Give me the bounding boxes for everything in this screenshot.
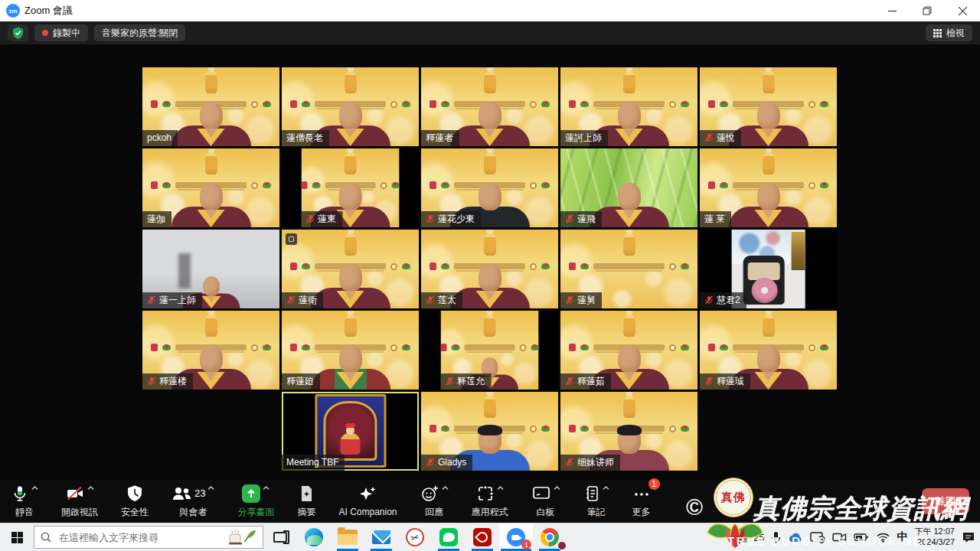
leave-meeting-button[interactable]: 離開 (922, 488, 969, 514)
ai-companion-button[interactable]: AI Companion (338, 485, 397, 517)
participant-tile[interactable]: 蓮伽 (142, 148, 279, 227)
apps-button[interactable]: 應用程式 (472, 484, 508, 519)
participant-figure (729, 181, 808, 227)
participant-tile[interactable]: 釋蓮楼 (142, 311, 279, 390)
apps-label: 應用程式 (472, 506, 508, 519)
recording-indicator[interactable]: 錄製中 (34, 24, 88, 41)
participant-nametag: 蓮僧長老 (282, 130, 329, 146)
participant-name: 蓮飛 (577, 214, 596, 223)
deity-figure (484, 233, 496, 256)
participant-tile[interactable]: 慧君2 (700, 230, 837, 308)
participant-tile[interactable]: 蓮悅 (700, 67, 837, 146)
apps-icon (476, 484, 495, 503)
onedrive-icon[interactable] (788, 532, 803, 543)
view-button[interactable]: 檢視 (926, 24, 972, 41)
participant-tile[interactable]: 蓮舅 (560, 230, 697, 308)
participants-count: 23 (194, 487, 205, 499)
chevron-up-icon[interactable] (31, 486, 38, 491)
notes-label: 筆記 (587, 506, 606, 519)
deity-figure (345, 314, 357, 337)
taskbar-app-line[interactable] (432, 523, 466, 551)
participant-nametag: 釋蓮珹 (700, 373, 750, 390)
tray-camera-icon[interactable] (832, 532, 847, 543)
participant-tile[interactable]: Meeting TBF (282, 392, 419, 471)
more-button[interactable]: 1 更多 (632, 484, 651, 519)
participant-tile[interactable]: 釋蓮者 (421, 67, 558, 146)
action-center-icon[interactable] (962, 531, 975, 543)
deity-figure (623, 314, 635, 337)
encryption-shield-icon[interactable] (8, 24, 28, 41)
security-button[interactable]: 安全性 (121, 484, 149, 519)
chevron-up-icon[interactable] (442, 486, 449, 491)
chevron-up-icon[interactable] (497, 486, 504, 491)
taskbar-app-snipping[interactable]: ✂ (398, 523, 432, 551)
weather-badge: 1 (738, 531, 748, 541)
share-screen-button[interactable]: 分享畫面 (237, 484, 274, 519)
taskbar-app-zoom[interactable]: 1 (499, 523, 533, 551)
line-icon (439, 528, 458, 546)
participant-tile[interactable]: 蓮 莱 (700, 148, 837, 227)
task-view-button[interactable] (263, 523, 297, 551)
chevron-up-icon[interactable] (554, 486, 560, 491)
wifi-icon[interactable] (877, 533, 890, 543)
participant-tile[interactable]: 釋蓮廹 (282, 311, 419, 390)
summary-button[interactable]: 摘要 (297, 484, 315, 519)
taskbar-app-edge[interactable] (297, 523, 331, 551)
restore-button[interactable] (910, 0, 945, 21)
participant-tile[interactable]: 细妹讲师 (560, 392, 697, 471)
taskbar-app-mail[interactable] (364, 523, 398, 551)
participant-tile[interactable]: 蓮衛 (282, 230, 419, 308)
participant-tile[interactable]: pckoh (142, 67, 279, 146)
minimize-button[interactable] (874, 0, 910, 21)
original-sound-toggle[interactable]: 音樂家的原聲:關閉 (94, 24, 185, 41)
participant-nametag: 蓮舅 (560, 292, 602, 308)
participant-tile[interactable]: 蓮東 (282, 148, 419, 227)
mute-button[interactable]: 靜音 (11, 484, 38, 519)
taskbar-clock[interactable]: 下午 12:07 2024/3/27 (914, 527, 955, 548)
battery-icon[interactable] (854, 533, 870, 542)
participant-tile[interactable]: 莲太 (421, 230, 558, 308)
chevron-up-icon[interactable] (603, 486, 609, 491)
participant-tile[interactable]: 蓮僧長老 (282, 67, 419, 146)
participant-tile[interactable]: 蓮訶上師 (560, 67, 697, 146)
screen-cast-icon[interactable] (810, 531, 825, 543)
taskbar-app-chrome[interactable] (533, 523, 567, 551)
reactions-button[interactable]: 回應 (420, 484, 449, 519)
chevron-up-icon[interactable] (263, 486, 270, 491)
acrobat-icon (473, 528, 492, 546)
start-button[interactable] (0, 523, 34, 551)
participant-tile[interactable]: 释莲允 (421, 311, 558, 390)
participant-name: 蓮 莱 (704, 214, 725, 223)
muted-mic-icon (305, 214, 315, 223)
edge-icon (305, 528, 323, 546)
weather-widget[interactable]: 1 25 (730, 530, 764, 545)
taskbar-app-acrobat[interactable] (466, 523, 499, 551)
participant-tile[interactable]: 蓮一上師 (142, 230, 279, 308)
start-video-button[interactable]: 開啟視訊 (61, 484, 98, 519)
participant-tile[interactable]: 蓮花少東 (421, 148, 558, 227)
chevron-up-icon[interactable] (87, 486, 94, 491)
taskbar-search[interactable] (34, 526, 263, 549)
participant-tile[interactable]: 釋蓮茹 (560, 311, 697, 390)
participants-button[interactable]: 23 與會者 (172, 484, 214, 519)
participant-tile[interactable]: 蓮飛 (560, 148, 697, 227)
start-video-label: 開啟視訊 (61, 506, 98, 519)
participant-tile[interactable]: Gladys (421, 392, 558, 471)
system-tray: 1 25 (730, 523, 980, 551)
muted-mic-icon (704, 377, 714, 386)
zoom-meeting-window: zm Zoom 會議 錄製中 音樂家的原聲:關閉 (0, 0, 980, 551)
ime-indicator[interactable]: 中 (897, 530, 907, 544)
taskbar-app-explorer[interactable] (331, 523, 364, 551)
participant-tile[interactable]: 釋蓮珹 (700, 311, 837, 390)
muted-mic-icon (704, 295, 714, 305)
whiteboard-button[interactable]: 白板 (531, 484, 560, 519)
clock-date: 2024/3/27 (917, 537, 955, 546)
chevron-up-icon[interactable] (207, 486, 214, 491)
clock-time: 下午 12:07 (914, 527, 955, 536)
muted-mic-icon (704, 133, 714, 142)
tray-mic-icon[interactable] (771, 531, 781, 544)
notes-button[interactable]: 筆記 (583, 484, 609, 519)
ai-companion-icon (358, 485, 377, 504)
close-button[interactable] (945, 0, 980, 21)
search-input[interactable] (57, 531, 221, 544)
